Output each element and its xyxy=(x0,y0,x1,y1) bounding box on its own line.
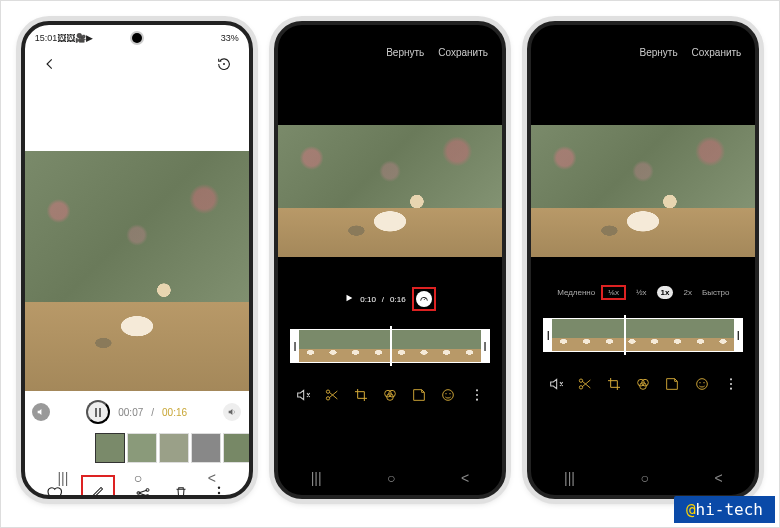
pause-button[interactable] xyxy=(86,400,110,424)
playhead[interactable] xyxy=(624,315,626,355)
thumbnail[interactable] xyxy=(95,433,125,463)
speed-option-2x[interactable]: 2x xyxy=(679,286,695,299)
time-total: 00:16 xyxy=(162,407,187,418)
audio-tool[interactable] xyxy=(548,376,564,395)
svg-point-17 xyxy=(476,398,478,400)
speed-option-1x[interactable]: 1x xyxy=(657,286,674,299)
filter-tool[interactable] xyxy=(382,387,398,406)
time-sep: / xyxy=(151,407,154,418)
svg-point-26 xyxy=(730,378,732,380)
speaker-icon xyxy=(36,407,46,417)
svg-point-19 xyxy=(579,385,582,388)
speed-button[interactable] xyxy=(416,291,432,307)
svg-point-0 xyxy=(223,63,225,65)
nav-home[interactable]: ○ xyxy=(640,470,648,486)
speaker-off-icon xyxy=(548,376,564,392)
play-icon xyxy=(344,293,354,303)
svg-point-8 xyxy=(326,396,329,399)
trim-handle-right[interactable]: | xyxy=(734,319,742,351)
trim-filmstrip[interactable]: | | xyxy=(290,329,490,363)
trim-handle-left[interactable]: | xyxy=(544,319,552,351)
nav-back[interactable]: < xyxy=(714,470,722,486)
time-total: 0:16 xyxy=(390,295,406,304)
video-preview[interactable] xyxy=(278,125,502,257)
more-tool[interactable] xyxy=(723,376,739,395)
android-nav: ||| ○ < xyxy=(278,467,502,489)
svg-point-12 xyxy=(443,389,454,400)
speedometer-icon xyxy=(419,294,429,304)
emoji-tool[interactable] xyxy=(440,387,456,406)
play-button[interactable] xyxy=(344,293,354,305)
cut-tool[interactable] xyxy=(324,387,340,406)
revert-button[interactable]: Вернуть xyxy=(640,47,678,58)
phone-gallery-view: 15:01 🖼🖼🎥▶ 33% 00:07 / 00:16 xyxy=(21,21,253,499)
nav-home[interactable]: ○ xyxy=(387,470,395,486)
scissors-icon xyxy=(577,376,593,392)
sticker-tool[interactable] xyxy=(664,376,680,395)
sticker-icon xyxy=(664,376,680,392)
camera-hole xyxy=(132,33,142,43)
nav-home[interactable]: ○ xyxy=(134,470,142,486)
nav-recent[interactable]: ||| xyxy=(564,470,575,486)
thumbnail[interactable] xyxy=(223,433,249,463)
svg-point-7 xyxy=(326,390,329,393)
speed-option-half[interactable]: ½x xyxy=(632,286,651,299)
more-tool[interactable] xyxy=(469,387,485,406)
editor-toolbar xyxy=(531,370,755,400)
save-button[interactable]: Сохранить xyxy=(438,47,488,58)
watermark: @hi-tech xyxy=(674,496,775,523)
trim-handle-left[interactable]: | xyxy=(291,330,299,362)
playhead[interactable] xyxy=(390,326,392,366)
video-preview[interactable] xyxy=(25,151,249,391)
crop-tool[interactable] xyxy=(353,387,369,406)
trim-handle-right[interactable]: | xyxy=(481,330,489,362)
mute-button[interactable] xyxy=(32,403,50,421)
filter-tool[interactable] xyxy=(635,376,651,395)
speaker-off-icon xyxy=(295,387,311,403)
cut-tool[interactable] xyxy=(577,376,593,395)
phone-editor-speed-button: Вернуть Сохранить 0:10 / 0:16 | | xyxy=(274,21,506,499)
smiley-icon xyxy=(694,376,710,392)
svg-point-15 xyxy=(476,389,478,391)
emoji-tool[interactable] xyxy=(694,376,710,395)
volume-button[interactable] xyxy=(223,403,241,421)
nav-back[interactable]: < xyxy=(461,470,469,486)
thumbnail[interactable] xyxy=(191,433,221,463)
svg-point-18 xyxy=(579,379,582,382)
nav-back[interactable]: < xyxy=(208,470,216,486)
video-content xyxy=(25,151,249,391)
crop-rotate-icon xyxy=(353,387,369,403)
back-button[interactable] xyxy=(39,53,61,75)
nav-recent[interactable]: ||| xyxy=(311,470,322,486)
save-button[interactable]: Сохранить xyxy=(692,47,742,58)
revert-button[interactable]: Вернуть xyxy=(386,47,424,58)
sticker-icon xyxy=(411,387,427,403)
android-nav: ||| ○ < xyxy=(531,467,755,489)
speed-highlight xyxy=(412,287,436,311)
auto-enhance-button[interactable] xyxy=(213,53,235,75)
speed-option-eighth[interactable]: ⅛x xyxy=(604,286,623,299)
trim-filmstrip[interactable]: | | xyxy=(543,318,743,352)
svg-point-14 xyxy=(450,393,451,394)
video-content xyxy=(531,125,755,257)
speed-highlight: ⅛x xyxy=(601,285,626,300)
video-preview[interactable] xyxy=(531,125,755,257)
sticker-tool[interactable] xyxy=(411,387,427,406)
more-vert-icon xyxy=(723,376,739,392)
svg-point-23 xyxy=(696,378,707,389)
svg-point-16 xyxy=(476,393,478,395)
scissors-icon xyxy=(324,387,340,403)
volume-icon xyxy=(227,407,237,417)
thumbnail-strip[interactable] xyxy=(25,425,249,471)
crop-rotate-icon xyxy=(606,376,622,392)
android-nav: ||| ○ < xyxy=(25,467,249,489)
audio-tool[interactable] xyxy=(295,387,311,406)
thumbnail[interactable] xyxy=(127,433,157,463)
thumbnail[interactable] xyxy=(159,433,189,463)
filter-icon xyxy=(635,376,651,392)
nav-recent[interactable]: ||| xyxy=(57,470,68,486)
status-left-icons: 🖼🖼🎥▶ xyxy=(57,33,93,43)
speed-picker: Медленно ⅛x ½x 1x 2x Быстро xyxy=(531,285,755,300)
crop-tool[interactable] xyxy=(606,376,622,395)
playback-row: 00:07 / 00:16 xyxy=(25,399,249,425)
